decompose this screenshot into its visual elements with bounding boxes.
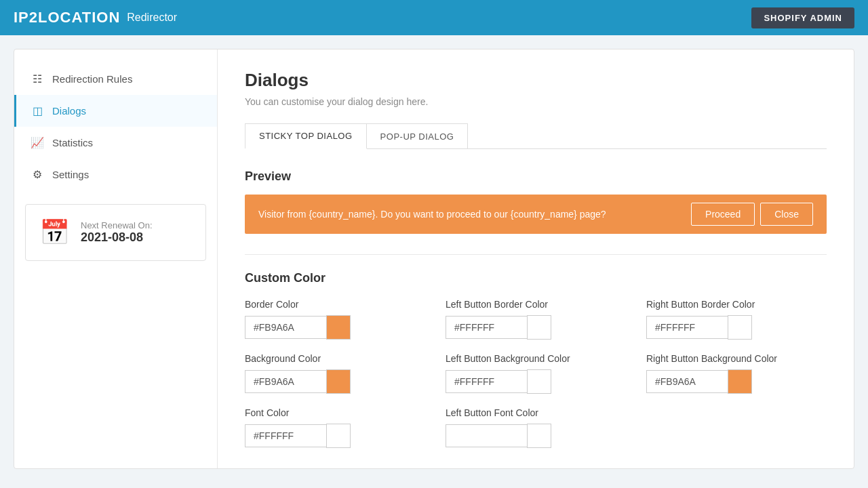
color-item-right-btn-border: Right Button Border Color	[646, 299, 827, 340]
page-subtitle: You can customise your dialog design her…	[245, 96, 827, 107]
renewal-info: Next Renewal On: 2021-08-08	[81, 220, 153, 245]
right-btn-bg-input[interactable]	[646, 370, 728, 393]
left-btn-font-input[interactable]	[446, 424, 527, 447]
gear-icon: ⚙	[31, 168, 44, 181]
right-btn-bg-swatch[interactable]	[728, 369, 752, 394]
left-btn-bg-swatch[interactable]	[527, 369, 551, 394]
font-color-label: Font Color	[245, 407, 425, 418]
preview-bar: Visitor from {country_name}. Do you want…	[245, 195, 827, 234]
product-name: Redirector	[127, 12, 177, 24]
dialog-tabs: STICKY TOP DIALOG POP-UP DIALOG	[245, 123, 827, 149]
border-color-label: Border Color	[245, 299, 425, 310]
sidebar-item-dialogs[interactable]: ◫ Dialogs	[14, 95, 217, 127]
logo-text: IP2LOCATION	[14, 9, 120, 26]
page-title: Dialogs	[245, 70, 827, 91]
right-btn-border-input[interactable]	[646, 316, 728, 339]
left-btn-bg-label: Left Button Background Color	[446, 353, 626, 364]
left-btn-border-swatch[interactable]	[527, 315, 551, 340]
preview-title: Preview	[245, 169, 827, 184]
sidebar-label-settings: Settings	[52, 169, 89, 180]
preview-bar-text: Visitor from {country_name}. Do you want…	[258, 209, 606, 220]
color-item-left-btn-font: Left Button Font Color	[446, 407, 626, 448]
sidebar-label-statistics: Statistics	[52, 137, 93, 148]
logo-area: IP2LOCATION Redirector	[14, 9, 177, 26]
left-btn-border-input[interactable]	[446, 316, 527, 339]
right-btn-border-label: Right Button Border Color	[646, 299, 827, 310]
left-btn-font-input-row	[446, 424, 626, 448]
left-btn-border-input-row	[446, 315, 626, 340]
background-color-input[interactable]	[245, 370, 326, 393]
section-divider	[245, 254, 827, 255]
sidebar-item-statistics[interactable]: 📈 Statistics	[14, 127, 217, 159]
sidebar-nav: ☷ Redirection Rules ◫ Dialogs 📈 Statisti…	[14, 63, 217, 190]
border-color-input[interactable]	[245, 316, 326, 339]
list-icon: ☷	[31, 73, 44, 85]
left-btn-font-label: Left Button Font Color	[446, 407, 626, 418]
shopify-admin-button[interactable]: SHOPIFY ADMIN	[751, 7, 854, 28]
background-color-swatch[interactable]	[326, 369, 351, 394]
calendar-icon: 📅	[39, 218, 70, 247]
proceed-button[interactable]: Proceed	[691, 203, 755, 226]
tab-sticky-top[interactable]: STICKY TOP DIALOG	[245, 123, 367, 149]
renewal-card: 📅 Next Renewal On: 2021-08-08	[25, 204, 206, 261]
app-header: IP2LOCATION Redirector SHOPIFY ADMIN	[0, 0, 868, 35]
right-btn-bg-input-row	[646, 369, 827, 394]
color-item-left-btn-bg: Left Button Background Color	[446, 353, 626, 394]
right-btn-border-input-row	[646, 315, 827, 340]
color-grid: Border Color Left Button Border Color Ri…	[245, 299, 827, 448]
main-content: Dialogs You can customise your dialog de…	[218, 49, 854, 468]
background-color-input-row	[245, 369, 425, 394]
color-item-left-btn-border: Left Button Border Color	[446, 299, 626, 340]
left-btn-border-label: Left Button Border Color	[446, 299, 626, 310]
color-item-right-btn-bg: Right Button Background Color	[646, 353, 827, 394]
font-color-input-row	[245, 424, 425, 448]
dialog-icon: ◫	[31, 104, 44, 117]
main-container: ☷ Redirection Rules ◫ Dialogs 📈 Statisti…	[14, 49, 854, 469]
sidebar-item-settings[interactable]: ⚙ Settings	[14, 159, 217, 190]
chart-icon: 📈	[31, 136, 44, 149]
sidebar-label-dialogs: Dialogs	[52, 105, 86, 117]
renewal-date: 2021-08-08	[81, 230, 153, 245]
left-btn-bg-input-row	[446, 369, 626, 394]
color-item-border: Border Color	[245, 299, 425, 340]
border-color-input-row	[245, 315, 425, 340]
font-color-input[interactable]	[245, 424, 326, 447]
tab-pop-up[interactable]: POP-UP DIALOG	[366, 123, 469, 148]
sidebar-label-redirection: Redirection Rules	[52, 73, 132, 85]
custom-color-title: Custom Color	[245, 271, 827, 285]
border-color-swatch[interactable]	[326, 315, 351, 340]
left-btn-bg-input[interactable]	[446, 370, 527, 393]
sidebar: ☷ Redirection Rules ◫ Dialogs 📈 Statisti…	[14, 49, 218, 468]
color-item-background: Background Color	[245, 353, 425, 394]
right-btn-border-swatch[interactable]	[728, 315, 752, 340]
left-btn-font-swatch[interactable]	[527, 424, 551, 448]
custom-color-section: Custom Color Border Color Left Button Bo…	[245, 271, 827, 448]
preview-buttons: Proceed Close	[691, 203, 813, 226]
font-color-swatch[interactable]	[326, 424, 351, 448]
color-item-font: Font Color	[245, 407, 425, 448]
sidebar-item-redirection-rules[interactable]: ☷ Redirection Rules	[14, 63, 217, 95]
preview-section: Preview Visitor from {country_name}. Do …	[245, 169, 827, 234]
close-button[interactable]: Close	[760, 203, 813, 226]
background-color-label: Background Color	[245, 353, 425, 364]
right-btn-bg-label: Right Button Background Color	[646, 353, 827, 364]
renewal-label: Next Renewal On:	[81, 220, 153, 230]
